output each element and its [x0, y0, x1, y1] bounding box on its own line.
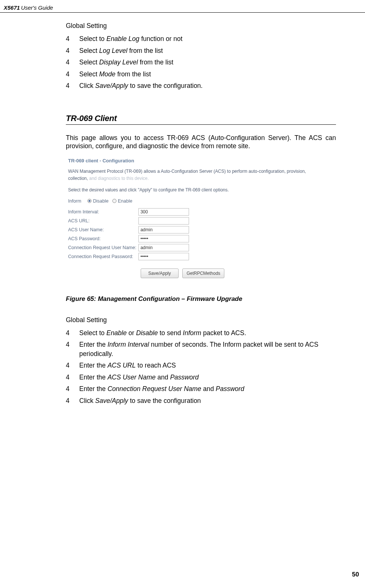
- inform-interval-input[interactable]: [138, 208, 189, 216]
- bullet-marker: 4: [66, 81, 79, 90]
- bullet-marker: 4: [66, 46, 79, 55]
- field-label: ACS User Name:: [68, 225, 138, 234]
- list-item: 4 Select Display Level from the list: [66, 58, 336, 67]
- tr069-form: Inform Disable Enable Inform Interval: A…: [68, 198, 312, 278]
- product-name: X5671: [4, 4, 20, 11]
- section-paragraph: This page allows you to access TR-069 AC…: [66, 134, 336, 151]
- heading-rule: [66, 124, 336, 125]
- radio-icon: [112, 199, 116, 203]
- tr069-config-screenshot: TR-069 client - Configuration WAN Manage…: [66, 154, 314, 284]
- bullet-text: Enter the ACS URL to reach ACS: [79, 361, 336, 370]
- bullet-text: Click Save/Apply to save the configurati…: [79, 396, 336, 406]
- radio-disable[interactable]: Disable: [87, 198, 109, 204]
- save-apply-button[interactable]: Save/Apply: [141, 268, 179, 278]
- bottom-bullet-list: 4 Select to Enable or Disable to send In…: [66, 328, 336, 406]
- list-item: 4 Enter the ACS URL to reach ACS: [66, 361, 336, 370]
- bullet-marker: 4: [66, 396, 79, 406]
- table-row: ACS URL:: [68, 216, 191, 225]
- bullet-marker: 4: [66, 34, 79, 44]
- list-item: 4 Enter the ACS User Name and Password: [66, 373, 336, 382]
- panel-desc-1: WAN Management Protocol (TR-069) allows …: [68, 168, 312, 182]
- list-item: 4 Enter the Inform Interval number of se…: [66, 340, 336, 358]
- section-heading-tr069: TR-069 Client: [66, 114, 336, 123]
- acs-username-input[interactable]: [138, 226, 189, 233]
- cr-username-input[interactable]: [138, 244, 189, 251]
- list-item: 4 Click Save/Apply to save the configura…: [66, 81, 336, 90]
- bullet-marker: 4: [66, 361, 79, 370]
- radio-enable[interactable]: Enable: [112, 198, 132, 204]
- bullet-marker: 4: [66, 70, 79, 79]
- field-label: Connection Request Password:: [68, 252, 138, 261]
- guide-title: User's Guide: [21, 4, 53, 11]
- table-row: Inform Interval:: [68, 207, 191, 216]
- page-header: X5671 User's Guide: [0, 4, 365, 13]
- cr-password-input[interactable]: [138, 253, 189, 260]
- bullet-marker: 4: [66, 328, 79, 338]
- bullet-marker: 4: [66, 340, 79, 358]
- field-label: Inform Interval:: [68, 207, 138, 216]
- table-row: ACS Password:: [68, 234, 191, 243]
- bullet-marker: 4: [66, 373, 79, 382]
- panel-desc-2: Select the desired values and click "App…: [68, 187, 312, 194]
- acs-password-input[interactable]: [138, 235, 189, 242]
- field-label: ACS URL:: [68, 216, 138, 225]
- table-row: ACS User Name:: [68, 225, 191, 234]
- bullet-text: Select to Enable or Disable to send Info…: [79, 328, 336, 338]
- bullet-marker: 4: [66, 384, 79, 394]
- list-item: 4 Click Save/Apply to save the configura…: [66, 396, 336, 406]
- global-setting-label-2: Global Setting: [66, 316, 336, 324]
- bullet-text: Enter the Connection Request User Name a…: [79, 384, 336, 394]
- table-row: Connection Request Password:: [68, 252, 191, 261]
- radio-icon: [87, 199, 92, 203]
- bullet-text: Select Mode from the list: [79, 70, 336, 79]
- button-row: Save/Apply GetRPCMethods: [68, 268, 312, 278]
- panel-title: TR-069 client - Configuration: [68, 158, 312, 163]
- field-label: ACS Password:: [68, 234, 138, 243]
- form-table: Inform Interval: ACS URL: ACS User Name:…: [68, 207, 191, 261]
- bullet-text: Click Save/Apply to save the configurati…: [79, 81, 336, 90]
- list-item: 4 Select Mode from the list: [66, 70, 336, 79]
- bullet-text: Enter the ACS User Name and Password: [79, 373, 336, 382]
- list-item: 4 Select to Enable Log function or not: [66, 34, 336, 44]
- global-setting-label-1: Global Setting: [66, 22, 336, 30]
- get-rpc-methods-button[interactable]: GetRPCMethods: [182, 268, 224, 278]
- acs-url-input[interactable]: [138, 217, 189, 225]
- inform-label: Inform: [68, 198, 87, 204]
- list-item: 4 Enter the Connection Request User Name…: [66, 384, 336, 394]
- bullet-text: Select Display Level from the list: [79, 58, 336, 67]
- list-item: 4 Select to Enable or Disable to send In…: [66, 328, 336, 338]
- bullet-marker: 4: [66, 58, 79, 67]
- figure-caption: Figure 65: Management Configuration – Fi…: [66, 295, 336, 303]
- page-number: 50: [352, 571, 359, 578]
- field-label: Connection Request User Name:: [68, 243, 138, 252]
- bullet-text: Select to Enable Log function or not: [79, 34, 336, 44]
- bullet-text: Select Log Level from the list: [79, 46, 336, 55]
- page-content: Global Setting 4 Select to Enable Log fu…: [0, 13, 365, 405]
- table-row: Connection Request User Name:: [68, 243, 191, 252]
- inform-row: Inform Disable Enable: [68, 198, 312, 204]
- list-item: 4 Select Log Level from the list: [66, 46, 336, 55]
- bullet-text: Enter the Inform Interval number of seco…: [79, 340, 336, 358]
- top-bullet-list: 4 Select to Enable Log function or not 4…: [66, 34, 336, 90]
